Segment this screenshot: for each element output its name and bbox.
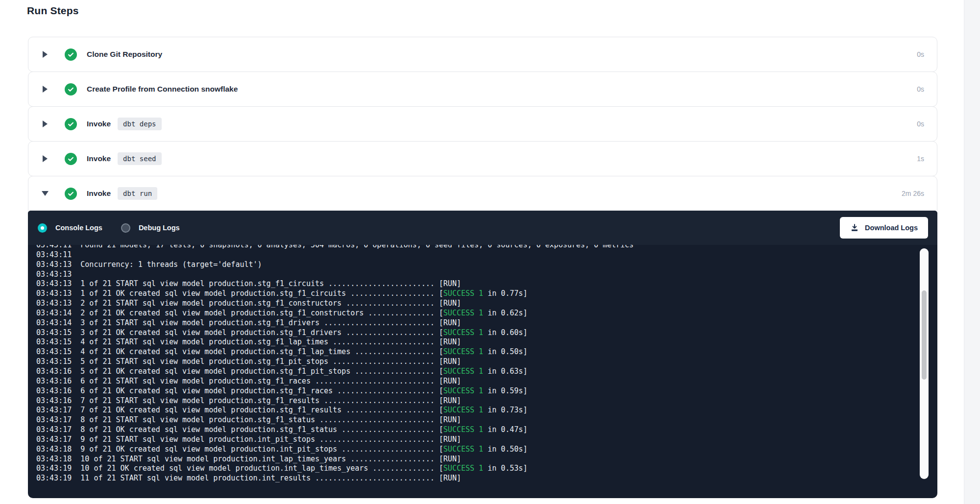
- log-line: 03:43:13 2 of 21 START sql view model pr…: [36, 299, 937, 309]
- step-card-dbt-deps: Invoke dbt deps 0s: [28, 106, 937, 142]
- log-line: 03:43:16 7 of 21 START sql view model pr…: [36, 396, 937, 406]
- step-duration: 0s: [917, 120, 924, 128]
- console-header: Console Logs Debug Logs Download Logs: [28, 211, 937, 245]
- step-duration: 0s: [917, 85, 924, 93]
- step-command-badge: dbt seed: [118, 152, 161, 165]
- step-label: Invoke: [87, 189, 111, 198]
- step-command-badge: dbt deps: [118, 118, 161, 130]
- step-row-clone-git[interactable]: Clone Git Repository 0s: [28, 37, 937, 72]
- console-logs-label[interactable]: Console Logs: [55, 224, 102, 232]
- console-scrollbar-thumb[interactable]: [922, 290, 927, 380]
- log-line: 03:43:16 6 of 21 START sql view model pr…: [36, 377, 937, 386]
- success-check-icon: [65, 48, 77, 61]
- success-check-icon: [65, 188, 77, 200]
- step-card-create-profile: Create Profile from Connection snowflake…: [28, 72, 937, 107]
- chevron-right-icon[interactable]: [42, 155, 48, 162]
- step-label: Clone Git Repository: [87, 50, 162, 59]
- step-duration: 1s: [917, 155, 924, 163]
- log-line: 03:43:13 Concurrency: 1 threads (target=…: [36, 260, 937, 270]
- log-line: 03:43:16 6 of 21 OK created sql view mod…: [36, 386, 937, 396]
- step-command-badge: dbt run: [118, 187, 157, 200]
- log-line: 03:43:13: [36, 270, 937, 280]
- log-line: 03:43:13 1 of 21 OK created sql view mod…: [36, 289, 937, 299]
- log-line: 03:43:11 Found 21 models, 17 tests, 0 sn…: [36, 245, 937, 250]
- log-line: 03:43:18 9 of 21 OK created sql view mod…: [36, 445, 937, 455]
- log-line: 03:43:14 3 of 21 START sql view model pr…: [36, 318, 937, 328]
- log-line: 03:43:11: [36, 250, 937, 260]
- console-log-viewport[interactable]: 03:43:11 Found 21 models, 17 tests, 0 sn…: [28, 245, 937, 492]
- step-duration: 0s: [917, 50, 924, 58]
- log-line: 03:43:18 10 of 21 START sql view model p…: [36, 455, 937, 464]
- step-card-dbt-seed: Invoke dbt seed 1s: [28, 141, 937, 176]
- debug-logs-radio[interactable]: Debug Logs: [121, 223, 180, 233]
- log-line: 03:43:17 8 of 21 OK created sql view mod…: [36, 425, 937, 435]
- step-label: Invoke: [87, 120, 111, 128]
- chevron-right-icon[interactable]: [42, 51, 48, 58]
- download-logs-label: Download Logs: [865, 224, 918, 232]
- step-card-clone-git: Clone Git Repository 0s: [28, 37, 937, 72]
- log-line: 03:43:15 3 of 21 OK created sql view mod…: [36, 328, 937, 338]
- log-line: 03:43:17 9 of 21 START sql view model pr…: [36, 435, 937, 445]
- step-row-create-profile[interactable]: Create Profile from Connection snowflake…: [28, 72, 937, 106]
- chevron-right-icon[interactable]: [42, 120, 48, 127]
- step-row-dbt-run[interactable]: Invoke dbt run 2m 26s: [28, 176, 937, 211]
- log-line: 03:43:15 4 of 21 START sql view model pr…: [36, 337, 937, 347]
- console-log-lines: 03:43:11 Found 21 models, 17 tests, 0 sn…: [36, 245, 937, 483]
- download-icon: [850, 223, 859, 232]
- run-steps-list: Clone Git Repository 0s Create Profile f…: [28, 37, 937, 498]
- log-line: 03:43:16 5 of 21 OK created sql view mod…: [36, 367, 937, 377]
- step-duration: 2m 26s: [902, 190, 924, 197]
- success-check-icon: [65, 83, 77, 96]
- log-line: 03:43:19 11 of 21 START sql view model p…: [36, 474, 937, 483]
- log-line: 03:43:17 7 of 21 OK created sql view mod…: [36, 406, 937, 415]
- success-check-icon: [65, 153, 77, 165]
- log-line: 03:43:14 2 of 21 OK created sql view mod…: [36, 309, 937, 318]
- chevron-right-icon[interactable]: [42, 86, 48, 93]
- chevron-down-icon[interactable]: [42, 190, 48, 197]
- console-logs-radio[interactable]: Console Logs: [38, 223, 102, 233]
- log-line: 03:43:15 4 of 21 OK created sql view mod…: [36, 347, 937, 357]
- download-logs-button[interactable]: Download Logs: [840, 217, 928, 239]
- success-check-icon: [65, 118, 77, 130]
- log-line: 03:43:17 8 of 21 START sql view model pr…: [36, 415, 937, 425]
- radio-unselected-icon[interactable]: [121, 223, 130, 233]
- page-title: Run Steps: [27, 5, 79, 17]
- step-row-dbt-seed[interactable]: Invoke dbt seed 1s: [28, 142, 937, 176]
- step-card-dbt-run: Invoke dbt run 2m 26s Console Logs Debug…: [28, 176, 937, 498]
- console-panel: Console Logs Debug Logs Download Logs 03…: [28, 211, 937, 498]
- log-line: 03:43:15 5 of 21 START sql view model pr…: [36, 357, 937, 367]
- step-label: Invoke: [87, 154, 111, 163]
- radio-selected-icon[interactable]: [38, 223, 47, 233]
- debug-logs-label[interactable]: Debug Logs: [139, 224, 180, 232]
- log-line: 03:43:19 10 of 21 OK created sql view mo…: [36, 464, 937, 474]
- step-row-dbt-deps[interactable]: Invoke dbt deps 0s: [28, 107, 937, 141]
- page-right-gutter: [964, 0, 980, 504]
- console-scrollbar-track[interactable]: [920, 248, 929, 479]
- step-label: Create Profile from Connection snowflake: [87, 85, 238, 94]
- log-line: 03:43:13 1 of 21 START sql view model pr…: [36, 279, 937, 289]
